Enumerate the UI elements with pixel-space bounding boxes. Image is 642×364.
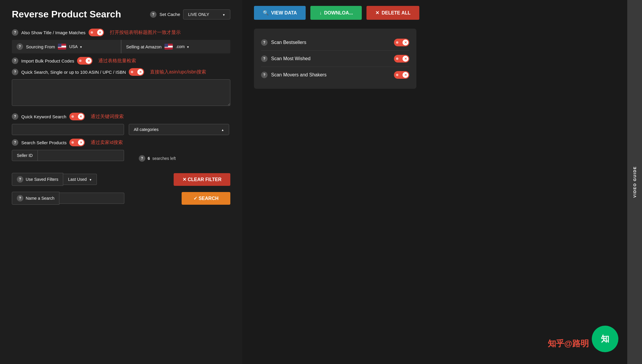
scan-movers-shakers-toggle[interactable]: ✕ <box>394 71 409 79</box>
scan-bestsellers-toggle-x: ✕ <box>404 41 407 45</box>
saved-filters-value: Last Used <box>68 177 87 182</box>
bottom-controls: ? Use Saved Filters Last Used ✕ CLEAR FI… <box>12 173 230 205</box>
search-icon: 🔍 <box>263 10 269 16</box>
scan-bestsellers-toggle[interactable]: ✕ <box>394 39 409 46</box>
delete-all-button[interactable]: ✕ DELETE ALL <box>366 6 419 20</box>
download-icon: ↓ <box>319 10 322 16</box>
selling-domain-value: .com <box>176 44 185 49</box>
video-guide-label: VIDEO GUIDE <box>633 166 637 198</box>
page-title: Reverse Product Search <box>12 9 121 20</box>
scan-most-wished-toggle-x: ✕ <box>404 57 407 61</box>
watermark-text: 知乎@路明 <box>548 338 589 349</box>
scan-bestsellers-label: Scan Bestsellers <box>271 40 390 45</box>
amazon-flag-icon <box>164 44 173 50</box>
quick-keyword-help-icon[interactable]: ? <box>12 113 18 120</box>
quick-keyword-annotation: 通过关键词搜索 <box>91 114 124 120</box>
import-bulk-toggle[interactable]: ✕ <box>77 57 92 65</box>
scan-bestsellers-help-icon[interactable]: ? <box>261 39 268 46</box>
quick-keyword-label: Quick Keyword Search <box>21 114 66 119</box>
scan-most-wished-label: Scan Most Wished <box>271 56 390 61</box>
scan-most-wished-help-icon[interactable]: ? <box>261 55 268 62</box>
clear-filter-button[interactable]: ✕ CLEAR FILTER <box>174 173 230 186</box>
search-button[interactable]: ✓ SEARCH <box>182 192 230 205</box>
searches-left-label: searches left <box>152 156 176 161</box>
keyword-inputs-row: All categories <box>12 124 230 135</box>
import-bulk-help-icon[interactable]: ? <box>12 58 18 64</box>
search-seller-toggle[interactable]: ✕ <box>69 139 85 146</box>
search-seller-label: Search Seller Products <box>21 140 66 145</box>
saved-filters-text: Use Saved Filters <box>26 177 58 182</box>
seller-id-row: Seller ID ? 6 searches left <box>12 150 230 167</box>
sourcing-row: ? Sourcing From USA Selling at Amazon .c… <box>12 40 230 53</box>
quick-search-row: ? Quick Search, Single or up to 100 ASIN… <box>12 68 230 76</box>
saved-filters-group: ? Use Saved Filters Last Used <box>12 173 97 186</box>
seller-id-label: Seller ID <box>12 150 38 161</box>
filter-row: ? Use Saved Filters Last Used ✕ CLEAR FI… <box>12 173 230 186</box>
scan-movers-shakers-label: Scan Movers and Shakers <box>271 72 390 78</box>
searches-left-group: ? 6 searches left <box>139 155 176 162</box>
import-bulk-label: Import Bulk Product Codes <box>21 58 74 63</box>
name-search-row: ? Name a Search ✓ SEARCH <box>12 192 230 205</box>
set-cache-chevron-icon <box>222 12 225 17</box>
scan-most-wished-toggle[interactable]: ✕ <box>394 55 409 63</box>
show-title-help-icon[interactable]: ? <box>12 29 18 36</box>
sourcing-country-value: USA <box>69 44 78 49</box>
searches-left-count: 6 <box>148 156 150 161</box>
set-cache-dropdown[interactable]: LIVE ONLY <box>183 9 230 19</box>
search-seller-row: ? Search Seller Products ✕ 通过卖家id搜索 <box>12 139 230 146</box>
scan-bestsellers-row: ? Scan Bestsellers ✕ <box>261 35 409 51</box>
name-search-label: ? Name a Search <box>12 192 59 205</box>
show-title-toggle[interactable]: ✕ <box>89 29 104 36</box>
name-search-text: Name a Search <box>26 196 54 201</box>
zhihu-symbol: 知 <box>601 333 609 345</box>
left-panel: Reverse Product Search ? Set Cache LIVE … <box>0 0 242 364</box>
toggle-x-icon: ✕ <box>99 31 101 35</box>
name-search-input[interactable] <box>59 193 124 204</box>
right-panel: 🔍 VIEW DATA ↓ DOWNLOA... ✕ DELETE ALL ? … <box>242 0 642 364</box>
keyword-search-input[interactable] <box>12 124 124 135</box>
delete-icon: ✕ <box>375 10 379 16</box>
saved-filters-chevron-icon <box>89 177 92 182</box>
selling-at-group: Selling at Amazon .com <box>121 40 230 53</box>
sourcing-from-label: Sourcing From <box>26 44 55 49</box>
quick-search-annotation: 直接输入asin/upc/isbn搜索 <box>150 69 206 75</box>
use-saved-filters-label: ? Use Saved Filters <box>12 173 63 186</box>
search-seller-help-icon[interactable]: ? <box>12 139 18 146</box>
usa-flag-icon <box>58 44 66 50</box>
quick-search-toggle[interactable]: ✕ <box>129 68 144 76</box>
download-button[interactable]: ↓ DOWNLOA... <box>310 6 362 20</box>
scan-most-wished-row: ? Scan Most Wished ✕ <box>261 51 409 67</box>
saved-filters-help-icon[interactable]: ? <box>17 176 23 183</box>
view-data-button[interactable]: 🔍 VIEW DATA <box>254 6 306 20</box>
asin-upc-textarea[interactable] <box>12 79 230 106</box>
zhihu-icon: 知 <box>592 326 618 352</box>
categories-value: All categories <box>134 127 159 132</box>
scan-movers-help-icon[interactable]: ? <box>261 72 268 78</box>
categories-dropdown[interactable]: All categories <box>129 124 229 135</box>
searches-left-help-icon[interactable]: ? <box>139 155 145 162</box>
sourcing-country-dropdown[interactable]: USA <box>69 44 82 49</box>
selling-chevron-icon <box>186 44 189 49</box>
set-cache-group: ? Set Cache LIVE ONLY <box>150 9 230 19</box>
quick-keyword-toggle-x-icon: ✕ <box>79 115 82 119</box>
saved-filters-dropdown[interactable]: Last Used <box>63 174 97 185</box>
set-cache-help-icon[interactable]: ? <box>150 11 157 18</box>
video-guide-sidebar[interactable]: VIDEO GUIDE <box>627 0 642 364</box>
name-search-help-icon[interactable]: ? <box>17 195 23 201</box>
import-bulk-row: ? Import Bulk Product Codes ✕ 通过表格批量检索 <box>12 57 230 65</box>
import-bulk-annotation: 通过表格批量检索 <box>98 58 136 64</box>
search-seller-toggle-x-icon: ✕ <box>80 141 82 145</box>
show-title-image-row: ? Also Show Title / Image Matches ✕ 打开按钮… <box>12 29 230 36</box>
quick-search-help-icon[interactable]: ? <box>12 69 18 75</box>
show-title-label: Also Show Title / Image Matches <box>21 30 86 35</box>
sourcing-help-icon[interactable]: ? <box>17 43 23 50</box>
set-cache-label: Set Cache <box>159 12 180 17</box>
scan-options-panel: ? Scan Bestsellers ✕ ? Scan Most Wished <box>254 29 416 89</box>
header-row: Reverse Product Search ? Set Cache LIVE … <box>12 9 230 20</box>
selling-domain-dropdown[interactable]: .com <box>176 44 189 49</box>
seller-id-input[interactable] <box>38 150 124 161</box>
quick-keyword-toggle[interactable]: ✕ <box>69 113 85 120</box>
scan-movers-shakers-row: ? Scan Movers and Shakers ✕ <box>261 67 409 83</box>
name-search-input-group: ? Name a Search <box>12 192 124 205</box>
show-title-annotation: 打开按钮表明标题图片一致才显示 <box>110 29 181 36</box>
